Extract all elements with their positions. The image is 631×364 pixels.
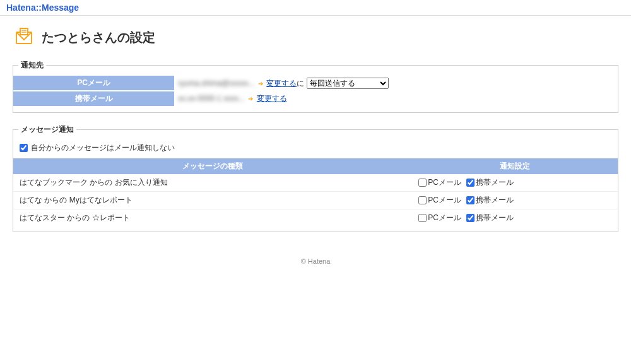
- pcmail-checkbox-wrap[interactable]: PCメール: [418, 196, 461, 204]
- table-row: はてな からの MyはてなレポートPCメール携帯メール: [13, 192, 618, 209]
- pcmail-checkbox-label: PCメール: [428, 213, 461, 222]
- msg-kind: はてな からの Myはてなレポート: [13, 192, 412, 209]
- pcmail-label: PCメール: [13, 76, 174, 91]
- self-notify-wrap[interactable]: 自分からのメッセージはメール通知しない: [20, 143, 175, 152]
- msg-kind: はてなブックマーク からの お気に入り通知: [13, 174, 412, 192]
- mobilemail-checkbox-wrap[interactable]: 携帯メール: [466, 178, 514, 187]
- notification-target-panel: 通知先 PCメール ryuma.ohima@xxxxx... ➔ 変更するに 毎…: [13, 60, 618, 113]
- mobilemail-change-link[interactable]: 変更する: [257, 94, 287, 103]
- table-row: はてなスター からの ☆レポートPCメール携帯メール: [13, 209, 618, 227]
- pcmail-change-link[interactable]: 変更する: [266, 79, 297, 88]
- notification-target-legend: 通知先: [18, 60, 46, 71]
- table-row: はてなブックマーク からの お気に入り通知PCメール携帯メール: [13, 174, 618, 192]
- mobilemail-checkbox-label: 携帯メール: [476, 178, 514, 187]
- mobilemail-label: 携帯メール: [13, 91, 174, 107]
- mobilemail-value-cell: xx.xx-0000-1 xxxx... ➔ 変更する: [174, 91, 618, 107]
- pcmail-value-cell: ryuma.ohima@xxxxx... ➔ 変更するに 毎回送信する: [174, 76, 618, 91]
- message-notify-panel: メッセージ通知 自分からのメッセージはメール通知しない メッセージの種類 通知設…: [13, 124, 618, 232]
- pcmail-checkbox[interactable]: [418, 196, 427, 204]
- mobilemail-checkbox-wrap[interactable]: 携帯メール: [466, 213, 514, 222]
- col-kind: メッセージの種類: [13, 158, 412, 174]
- msg-kind: はてなスター からの ☆レポート: [13, 209, 412, 227]
- mobilemail-checkbox-wrap[interactable]: 携帯メール: [466, 196, 514, 204]
- message-notify-legend: メッセージ通知: [18, 124, 76, 135]
- brand-logo[interactable]: Hatena::Message: [6, 3, 79, 13]
- footer: © Hatena: [0, 251, 631, 271]
- pcmail-checkbox[interactable]: [418, 214, 427, 222]
- arrow-icon: ➔: [248, 95, 253, 102]
- pcmail-checkbox-label: PCメール: [428, 196, 461, 204]
- col-settings: 通知設定: [412, 158, 618, 174]
- self-notify-row: 自分からのメッセージはメール通知しない: [13, 140, 618, 158]
- pcmail-value: ryuma.ohima@xxxxx...: [178, 79, 255, 88]
- content: たつとらさんの設定 通知先 PCメール ryuma.ohima@xxxxx...…: [0, 16, 631, 232]
- mobilemail-checkbox-label: 携帯メール: [476, 196, 514, 204]
- pcmail-suffix: に: [297, 79, 304, 88]
- pcmail-checkbox-label: PCメール: [428, 178, 461, 187]
- topbar: Hatena::Message: [0, 0, 631, 16]
- pcmail-frequency-select[interactable]: 毎回送信する: [307, 78, 389, 89]
- settings-envelope-icon: [13, 26, 35, 49]
- msg-settings: PCメール携帯メール: [412, 209, 618, 227]
- mobilemail-checkbox-label: 携帯メール: [476, 213, 514, 222]
- page-header: たつとらさんの設定: [13, 26, 618, 49]
- self-notify-checkbox[interactable]: [20, 144, 28, 152]
- arrow-icon: ➔: [258, 80, 263, 87]
- mobilemail-value: xx.xx-0000-1 xxxx...: [178, 94, 245, 103]
- self-notify-label: 自分からのメッセージはメール通知しない: [31, 143, 175, 152]
- mobilemail-checkbox[interactable]: [466, 196, 475, 204]
- svg-rect-1: [20, 28, 28, 35]
- page-title: たつとらさんの設定: [42, 29, 155, 46]
- pcmail-checkbox-wrap[interactable]: PCメール: [418, 178, 461, 187]
- mobilemail-checkbox[interactable]: [466, 214, 475, 222]
- pcmail-checkbox[interactable]: [418, 179, 427, 187]
- mobilemail-checkbox[interactable]: [466, 179, 475, 187]
- pcmail-checkbox-wrap[interactable]: PCメール: [418, 213, 461, 222]
- msg-settings: PCメール携帯メール: [412, 174, 618, 192]
- msg-settings: PCメール携帯メール: [412, 192, 618, 209]
- message-notify-table: メッセージの種類 通知設定 はてなブックマーク からの お気に入り通知PCメール…: [13, 158, 618, 226]
